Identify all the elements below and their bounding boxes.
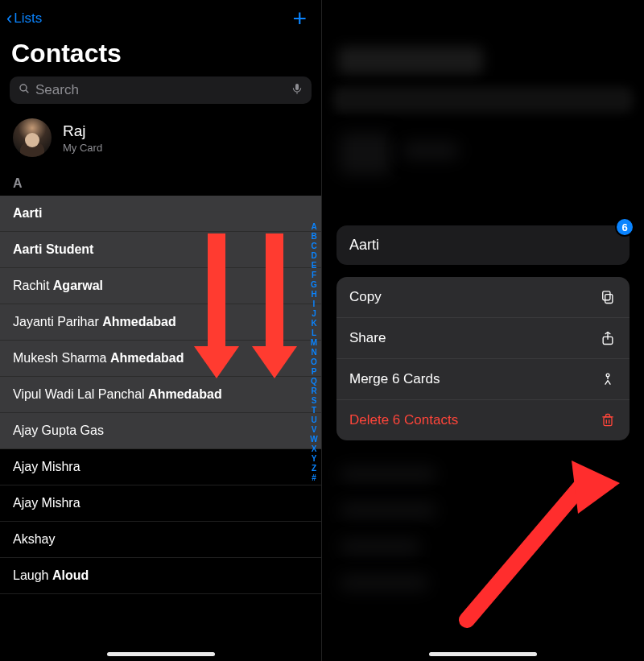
selection-count-badge: 6 (615, 217, 634, 237)
contacts-list-pane: ‹ Lists + Contacts Search Raj My Card A … (0, 0, 322, 661)
index-letter[interactable]: G (308, 280, 320, 290)
svg-line-1 (26, 90, 28, 93)
copy-icon (599, 288, 617, 306)
menu-share[interactable]: Share (336, 318, 630, 359)
index-letter[interactable]: Y (308, 454, 320, 464)
index-letter[interactable]: W (308, 435, 320, 444)
blurred-text (340, 503, 436, 518)
context-menu-pane: Aarti 6 Copy Share Merge 6 Cards (322, 0, 644, 661)
contact-row[interactable]: Akshay (0, 522, 321, 558)
index-letter[interactable]: # (308, 473, 320, 483)
index-letter[interactable]: J (308, 309, 320, 319)
index-letter[interactable]: Q (308, 377, 320, 386)
trash-icon (599, 411, 617, 429)
my-card-row[interactable]: Raj My Card (0, 104, 321, 173)
avatar (13, 118, 52, 157)
index-letter[interactable]: P (308, 367, 320, 377)
index-letter[interactable]: V (308, 425, 320, 435)
my-card-name: Raj (63, 122, 102, 140)
annotation-arrow-down-icon (203, 233, 230, 378)
index-letter[interactable]: A (308, 222, 320, 232)
blurred-text (402, 142, 459, 159)
menu-share-label: Share (349, 330, 386, 346)
svg-point-0 (20, 85, 27, 91)
blurred-avatar (340, 133, 391, 175)
menu-delete[interactable]: Delete 6 Contacts (336, 400, 630, 440)
context-menu: Copy Share Merge 6 Cards Delete 6 Contac… (336, 277, 630, 440)
index-letter[interactable]: Z (308, 464, 320, 473)
annotation-arrow-down-icon (261, 233, 288, 378)
index-letter[interactable]: I (308, 300, 320, 309)
index-letter[interactable]: B (308, 232, 320, 242)
svg-line-11 (467, 483, 584, 620)
contact-row[interactable]: Ajay Mishra (0, 449, 321, 485)
section-header: A (0, 173, 321, 196)
merge-icon (599, 370, 617, 388)
index-letter[interactable]: F (308, 271, 320, 280)
index-letter[interactable]: D (308, 251, 320, 261)
mic-icon[interactable] (291, 82, 303, 98)
svg-rect-8 (604, 417, 612, 426)
menu-copy[interactable]: Copy (336, 277, 630, 318)
share-icon (599, 329, 617, 347)
search-placeholder: Search (35, 82, 291, 98)
page-title: Contacts (0, 31, 321, 76)
blurred-search (333, 87, 633, 113)
annotation-pointer-arrow-icon (451, 451, 628, 636)
header: ‹ Lists + (0, 0, 321, 31)
index-letter[interactable]: L (308, 328, 320, 338)
back-button[interactable]: ‹ Lists (6, 10, 42, 27)
index-letter[interactable]: U (308, 415, 320, 425)
index-letter[interactable]: O (308, 357, 320, 367)
add-contact-button[interactable]: + (292, 6, 312, 31)
selected-contact-card[interactable]: Aarti (336, 225, 630, 265)
index-letter[interactable]: M (308, 338, 320, 348)
index-letter[interactable]: N (308, 348, 320, 357)
index-letter[interactable]: T (308, 406, 320, 415)
index-letter[interactable]: X (308, 444, 320, 454)
index-letter[interactable]: R (308, 386, 320, 396)
contact-row[interactable]: Aarti (0, 196, 321, 232)
chevron-left-icon: ‹ (6, 10, 12, 27)
menu-copy-label: Copy (349, 289, 382, 305)
menu-delete-label: Delete 6 Contacts (349, 412, 458, 428)
search-field[interactable]: Search (10, 76, 312, 104)
contact-row[interactable]: Ajay Gupta Gas (0, 413, 321, 449)
index-letter[interactable]: C (308, 242, 320, 251)
svg-marker-12 (572, 461, 620, 514)
search-icon (18, 82, 31, 98)
blurred-title (338, 47, 483, 74)
menu-merge[interactable]: Merge 6 Cards (336, 359, 630, 400)
contact-row[interactable]: Laugh Aloud (0, 558, 321, 594)
menu-merge-label: Merge 6 Cards (349, 371, 440, 387)
back-label: Lists (14, 10, 42, 27)
svg-rect-2 (295, 84, 299, 90)
blurred-text (340, 467, 436, 481)
index-letter[interactable]: H (308, 290, 320, 300)
selected-contact-name: Aarti (349, 237, 617, 254)
home-indicator (107, 652, 215, 656)
contact-row[interactable]: Ajay Mishra (0, 485, 321, 522)
index-letter[interactable]: K (308, 319, 320, 328)
alpha-index[interactable]: ABCDEFGHIJKLMNOPQRSTUVWXYZ# (308, 222, 320, 483)
svg-rect-5 (603, 291, 610, 300)
svg-rect-4 (605, 295, 613, 304)
index-letter[interactable]: E (308, 261, 320, 271)
index-letter[interactable]: S (308, 396, 320, 406)
my-card-sub: My Card (63, 142, 102, 154)
contact-row[interactable]: Vipul Wadi Lal Panchal Ahmedabad (0, 377, 321, 413)
blurred-text (340, 576, 428, 590)
svg-point-7 (606, 374, 609, 377)
blurred-text (340, 539, 420, 554)
home-indicator (429, 652, 537, 656)
